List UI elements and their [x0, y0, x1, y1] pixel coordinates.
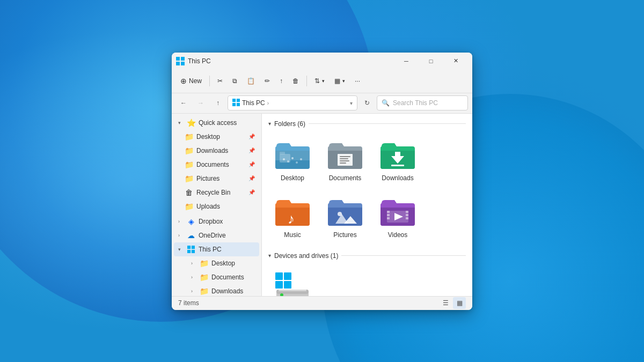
status-bar: 7 items ☰ ▦	[172, 296, 472, 310]
address-path[interactable]: This PC › ▾	[228, 95, 357, 110]
minimize-button[interactable]: ─	[394, 53, 419, 70]
downloads-folder-icon: 📁	[185, 146, 193, 155]
sidebar-item-quick-access[interactable]: ▾ ⭐ Quick access	[174, 116, 259, 130]
svg-rect-8	[187, 246, 191, 249]
folders-section-title: Folders (6)	[274, 120, 305, 128]
list-view-button[interactable]: ☰	[439, 297, 452, 309]
dropbox-icon: ◈	[187, 217, 195, 226]
chevron-right-icon-2: ›	[178, 233, 184, 238]
svg-rect-17	[280, 154, 290, 162]
pin-icon-4: 📌	[248, 175, 255, 181]
main-area: ▾ ⭐ Quick access 📁 Desktop 📌 📁 Downloads…	[172, 114, 472, 296]
sidebar-item-downloads-sub[interactable]: › 📁 Downloads	[174, 284, 259, 296]
share-button[interactable]: ↑	[275, 72, 287, 90]
sidebar-item-pictures[interactable]: 📁 Pictures 📌	[174, 172, 259, 186]
sidebar-item-documents-sub[interactable]: › 📁 Documents	[174, 270, 259, 284]
folder-item-pictures[interactable]: Pictures	[321, 191, 369, 243]
sidebar-item-dropbox[interactable]: › ◈ Dropbox	[174, 215, 259, 228]
svg-rect-21	[340, 158, 348, 159]
sidebar-item-documents[interactable]: 📁 Documents 📌	[174, 158, 259, 172]
svg-text:♪: ♪	[288, 211, 295, 227]
copy-button[interactable]: ⧉	[228, 72, 241, 90]
close-button[interactable]: ✕	[443, 53, 468, 70]
devices-chevron[interactable]: ▾	[268, 253, 271, 258]
desktop-folder-icon-wrap	[273, 139, 312, 171]
videos-folder-label: Videos	[388, 231, 407, 239]
up-button[interactable]: ↑	[210, 95, 225, 110]
refresh-button[interactable]: ↻	[360, 95, 375, 110]
downloads-sub-label: Downloads	[211, 287, 243, 295]
drive-icon-wrap	[273, 271, 312, 296]
onedrive-icon: ☁	[187, 231, 195, 240]
svg-rect-36	[406, 217, 408, 219]
devices-grid: Geekdrive (C:)	[268, 266, 466, 296]
svg-rect-20	[340, 156, 350, 157]
sidebar-item-recycle-bin[interactable]: 🗑 Recycle Bin 📌	[174, 186, 259, 200]
sidebar-item-desktop[interactable]: 📁 Desktop 📌	[174, 130, 259, 144]
folders-grid: Desktop	[268, 134, 466, 243]
pin-icon-2: 📌	[248, 147, 255, 153]
desktop-label: Desktop	[196, 133, 220, 141]
search-box[interactable]: 🔍 Search This PC	[377, 95, 468, 110]
rename-button[interactable]: ✏	[260, 72, 274, 90]
dropbox-label: Dropbox	[199, 218, 223, 225]
delete-button[interactable]: 🗑	[288, 72, 303, 90]
more-button[interactable]: ···	[350, 72, 364, 90]
window-icon	[176, 57, 185, 65]
svg-rect-1	[181, 57, 185, 61]
quick-access-label: Quick access	[199, 119, 237, 127]
view-chevron: ▾	[342, 78, 345, 84]
new-button[interactable]: ⊕ New	[176, 72, 206, 90]
documents-folder-label: Documents	[329, 174, 362, 182]
svg-point-16	[300, 158, 302, 160]
sidebar-item-this-pc[interactable]: ▾ This PC	[174, 242, 259, 256]
folder-item-downloads[interactable]: Downloads	[374, 134, 422, 187]
videos-folder-icon-wrap	[378, 196, 417, 228]
back-button[interactable]: ←	[176, 95, 191, 110]
music-folder-label: Music	[284, 231, 301, 239]
paste-button[interactable]: 📋	[243, 72, 259, 90]
view-button[interactable]: ▦ ▾	[330, 72, 349, 90]
svg-rect-39	[284, 272, 291, 280]
folder-item-desktop[interactable]: Desktop	[268, 134, 317, 187]
maximize-button[interactable]: □	[419, 53, 443, 70]
folder-item-music[interactable]: ♪ Music	[268, 191, 317, 243]
folders-section-line	[309, 123, 466, 124]
search-icon: 🔍	[382, 99, 390, 107]
forward-button[interactable]: →	[193, 95, 208, 110]
svg-rect-32	[387, 214, 390, 216]
cut-button[interactable]: ✂	[213, 72, 227, 90]
folders-chevron[interactable]: ▾	[268, 121, 271, 127]
chevron-right-icon: ›	[178, 219, 184, 224]
quick-access-section: ▾ ⭐ Quick access 📁 Desktop 📌 📁 Downloads…	[172, 116, 261, 213]
svg-rect-22	[340, 160, 349, 161]
svg-rect-34	[406, 211, 408, 213]
recycle-bin-label: Recycle Bin	[196, 189, 230, 196]
drive-item-c[interactable]: Geekdrive (C:)	[268, 266, 317, 296]
svg-rect-3	[181, 62, 185, 65]
svg-rect-41	[284, 281, 291, 289]
folders-section-header: ▾ Folders (6)	[268, 120, 466, 128]
sidebar-item-onedrive[interactable]: › ☁ OneDrive	[174, 228, 259, 242]
folder-item-documents[interactable]: Documents	[321, 134, 369, 187]
svg-rect-11	[192, 249, 195, 253]
toolbar-divider-1	[209, 76, 210, 86]
svg-point-14	[291, 157, 294, 159]
sort-button[interactable]: ⇅ ▾	[310, 72, 329, 90]
desktop-sub-label: Desktop	[211, 260, 235, 267]
sidebar-item-downloads[interactable]: 📁 Downloads 📌	[174, 144, 259, 158]
sidebar-item-desktop-sub[interactable]: › 📁 Desktop	[174, 256, 259, 270]
folder-item-videos[interactable]: Videos	[374, 191, 422, 243]
grid-view-button[interactable]: ▦	[453, 297, 466, 309]
path-dropdown-icon: ▾	[350, 100, 353, 106]
svg-rect-6	[232, 102, 236, 106]
downloads-sub-icon: 📁	[200, 287, 208, 295]
uploads-folder-icon: 📁	[185, 202, 193, 211]
sidebar-item-uploads[interactable]: 📁 Uploads	[174, 200, 259, 213]
svg-rect-4	[232, 99, 236, 102]
toolbar: ⊕ New ✂ ⧉ 📋 ✏ ↑ 🗑 ⇅ ▾ ▦ ▾	[172, 70, 472, 93]
view-icon: ▦	[334, 77, 340, 85]
devices-section-header: ▾ Devices and drives (1)	[268, 252, 466, 260]
cut-icon: ✂	[217, 77, 223, 85]
window-title: This PC	[188, 57, 211, 65]
